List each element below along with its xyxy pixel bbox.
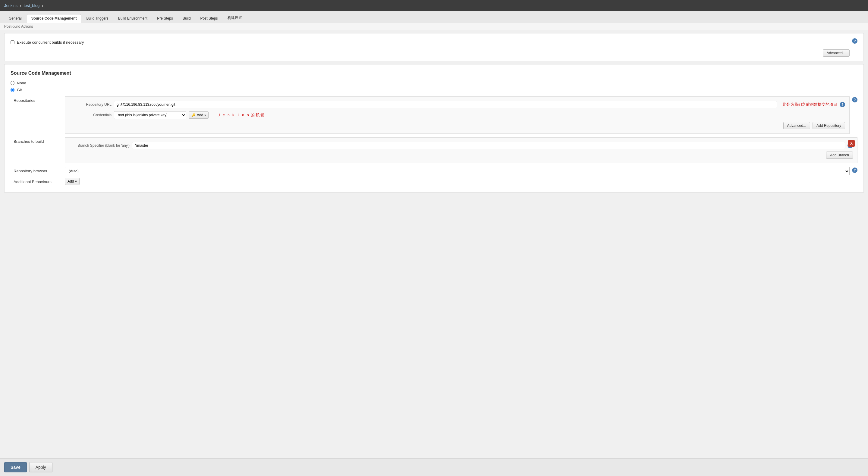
repositories-row: Repositories Repository URL 此处为我们之前创建提交的… (10, 95, 858, 136)
repositories-content: Repository URL 此处为我们之前创建提交的项目 ? Credenti… (65, 95, 858, 136)
repo-url-label: Repository URL (69, 102, 112, 107)
tab-build-settings[interactable]: 构建设置 (223, 13, 247, 23)
add-behaviour-button[interactable]: Add ▾ (65, 178, 80, 185)
sep1: › (20, 3, 21, 8)
project-link[interactable]: test_blog (24, 3, 39, 8)
tab-post-steps[interactable]: Post Steps (196, 14, 222, 23)
repo-box: Repository URL 此处为我们之前创建提交的项目 ? Credenti… (65, 96, 849, 134)
repo-url-help-icon[interactable]: ? (840, 102, 845, 107)
sub-nav: Post-build Actions (0, 23, 868, 30)
repo-url-row: Repository URL 此处为我们之前创建提交的项目 ? (69, 101, 845, 108)
tab-build-triggers[interactable]: Build Triggers (82, 14, 113, 23)
repo-advanced-button[interactable]: Advanced... (783, 122, 810, 129)
add-behaviour-label: Add (67, 179, 74, 184)
tab-source-code-management[interactable]: Source Code Management (27, 14, 82, 23)
repo-annotation: 此处为我们之前创建提交的项目 (782, 102, 837, 107)
behaviours-row: Additional Behaviours Add ▾ (10, 177, 858, 186)
delete-branch-button[interactable]: X (848, 140, 855, 147)
add-branch-button[interactable]: Add Branch (826, 152, 853, 159)
branches-row: Branches to build X Branch Specifier (bl… (10, 136, 858, 166)
repo-actions: Advanced... Add Repository (69, 122, 845, 129)
repo-browser-help-icon[interactable]: ? (852, 167, 858, 173)
topbar: Jenkins › test_blog › (0, 0, 868, 11)
scm-section: Source Code Management None Git Reposito… (4, 64, 864, 192)
browser-row: (Auto) (65, 167, 849, 175)
scm-form-table: Repositories Repository URL 此处为我们之前创建提交的… (10, 95, 858, 186)
repo-browser-label: Repository browser (10, 166, 65, 177)
repo-browser-row: Repository browser (Auto) ? (10, 166, 858, 177)
repo-browser-select[interactable]: (Auto) (65, 167, 849, 175)
chevron-down-icon: ▾ (204, 114, 206, 117)
radio-git: Git (10, 88, 858, 92)
radio-none: None (10, 81, 858, 85)
behaviours-label: Additional Behaviours (10, 177, 65, 186)
tab-pre-steps[interactable]: Pre Steps (153, 14, 178, 23)
branch-box: X Branch Specifier (blank for 'any') ? A… (65, 137, 858, 163)
concurrent-label[interactable]: Execute concurrent builds if necessary (17, 40, 84, 44)
chevron-down-icon-2: ▾ (75, 179, 77, 184)
tab-nav: General Source Code Management Build Tri… (0, 11, 868, 23)
credentials-annotation: Ｊｅｎｋｉｎｓ的私钥 (217, 113, 265, 118)
tab-build-environment[interactable]: Build Environment (114, 14, 152, 23)
branch-specifier-row: Branch Specifier (blank for 'any') ? (69, 142, 853, 149)
scm-title: Source Code Management (10, 70, 858, 76)
main-content: Execute concurrent builds if necessary A… (0, 33, 868, 220)
add-label: Add (197, 113, 203, 117)
radio-none-input[interactable] (10, 81, 14, 85)
add-repository-button[interactable]: Add Repository (812, 122, 845, 129)
branch-specifier-label: Branch Specifier (blank for 'any') (69, 144, 130, 148)
branches-label: Branches to build (10, 136, 65, 166)
behaviours-row-inner: Add ▾ (65, 178, 858, 185)
repositories-help-icon[interactable]: ? (852, 97, 858, 102)
repo-url-input[interactable] (114, 101, 777, 108)
tab-build[interactable]: Build (178, 14, 195, 23)
credentials-select[interactable]: root (this is jenkins private key) (114, 111, 186, 119)
jenkins-link[interactable]: Jenkins (4, 3, 18, 8)
sep2: › (42, 3, 43, 8)
tab-general[interactable]: General (4, 14, 26, 23)
add-branch-row: Add Branch (69, 152, 853, 159)
sub-nav-label: Post-build Actions (4, 24, 33, 29)
key-icon: 🔑 (191, 113, 195, 117)
concurrent-help-icon[interactable]: ? (852, 38, 858, 44)
concurrent-checkbox[interactable] (10, 40, 14, 44)
radio-none-label: None (17, 81, 26, 85)
credentials-label: Credentials (69, 113, 112, 117)
radio-git-label: Git (17, 88, 22, 92)
repositories-label: Repositories (10, 95, 65, 136)
concurrent-section: Execute concurrent builds if necessary A… (4, 33, 864, 61)
branch-specifier-input[interactable] (132, 142, 845, 149)
branches-content: X Branch Specifier (blank for 'any') ? A… (65, 136, 858, 166)
radio-git-input[interactable] (10, 88, 14, 92)
credentials-row: Credentials root (this is jenkins privat… (69, 111, 845, 119)
repo-browser-content: (Auto) ? (65, 166, 858, 177)
advanced-button[interactable]: Advanced... (823, 50, 849, 57)
credentials-add-button[interactable]: 🔑 Add ▾ (189, 112, 209, 119)
behaviours-content: Add ▾ (65, 177, 858, 186)
